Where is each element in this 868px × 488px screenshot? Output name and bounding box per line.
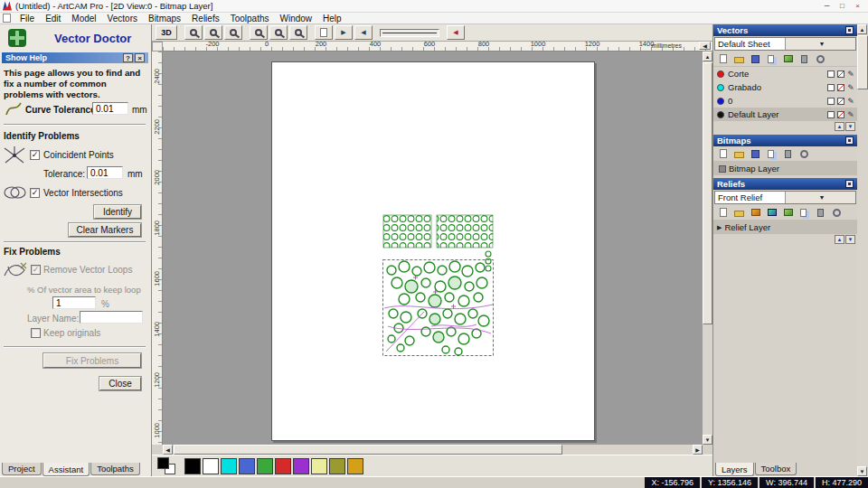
layer-name[interactable]: Grabado — [728, 82, 826, 92]
pan-right-icon[interactable]: ▶ — [335, 25, 353, 40]
open-relief-layer-icon[interactable] — [731, 206, 747, 220]
panel-vertical-scrollbar[interactable]: ▲ ▼ — [857, 24, 868, 476]
fix-problems-button[interactable]: Fix Problems — [43, 353, 141, 368]
zoom-in-icon[interactable] — [184, 25, 203, 40]
open-bitmap-layer-icon[interactable] — [731, 147, 747, 161]
save-relief-layer-icon[interactable] — [748, 206, 763, 220]
relief-smooth-icon[interactable] — [764, 206, 779, 220]
relief-dropdown[interactable]: Front Relief ▼ — [714, 191, 856, 204]
move-layer-down-icon[interactable]: ▼ — [845, 235, 855, 244]
scroll-up-icon[interactable]: ▲ — [703, 52, 712, 61]
new-relief-layer-icon[interactable] — [715, 206, 731, 220]
menu-help[interactable]: Help — [317, 13, 347, 24]
layer-visibility-icon[interactable] — [826, 83, 835, 92]
remove-loops-checkbox[interactable]: ✓ — [31, 265, 41, 275]
pin-icon[interactable] — [845, 136, 854, 145]
layer-name[interactable]: Default Layer — [728, 109, 826, 119]
menu-edit[interactable]: Edit — [40, 13, 66, 24]
menu-reliefs[interactable]: Reliefs — [186, 13, 225, 24]
tab-layers[interactable]: Layers — [715, 463, 754, 476]
open-vector-layer-icon[interactable] — [731, 52, 747, 66]
tab-toolbox[interactable]: Toolbox — [755, 463, 797, 475]
vector-layer-row[interactable]: Grabado ✎ — [713, 80, 857, 94]
move-layer-up-icon[interactable]: ▲ — [835, 235, 844, 244]
scrollbar-thumb[interactable] — [174, 445, 562, 455]
curve-tolerance-input[interactable] — [92, 102, 128, 115]
scroll-right-icon[interactable]: ▶ — [693, 445, 703, 455]
scroll-up-icon[interactable]: ▲ — [857, 24, 867, 34]
layer-edit-icon[interactable]: ✎ — [846, 83, 855, 92]
layer-name[interactable]: Bitmap Layer — [729, 164, 855, 174]
snapshot-icon[interactable] — [315, 25, 333, 40]
relief-merge-icon[interactable] — [797, 206, 812, 220]
palette-swatch[interactable] — [203, 458, 219, 474]
palette-swatch[interactable] — [311, 458, 327, 474]
menu-bitmaps[interactable]: Bitmaps — [143, 13, 186, 24]
layer-visibility-icon[interactable] — [826, 110, 835, 119]
move-layer-down-icon[interactable]: ▼ — [845, 122, 855, 131]
maximize-icon[interactable]: □ — [835, 1, 850, 12]
new-vector-layer-icon[interactable] — [715, 52, 731, 66]
layer-name[interactable]: Corte — [728, 69, 826, 79]
palette-swatch[interactable] — [221, 458, 237, 474]
new-bitmap-layer-icon[interactable] — [715, 147, 731, 161]
ruler-options-icon[interactable]: ◀ — [699, 42, 711, 50]
palette-swatch[interactable] — [239, 458, 255, 474]
chevron-down-icon[interactable]: ▼ — [785, 38, 855, 50]
identify-button[interactable]: Identify — [94, 205, 141, 219]
layer-options-icon[interactable] — [813, 52, 828, 66]
vector-layer-row-selected[interactable]: Default Layer ✎ — [713, 108, 857, 121]
show-help-label[interactable]: Show Help — [5, 53, 47, 62]
chevron-down-icon[interactable]: ▼ — [785, 192, 855, 203]
scrollbar-thumb[interactable] — [703, 62, 712, 324]
delete-relief-icon[interactable] — [813, 206, 828, 220]
bitmap-layer-row-selected[interactable]: Bitmap Layer — [713, 162, 857, 175]
zoom-window-icon[interactable] — [224, 25, 242, 40]
relief-layer-row-selected[interactable]: ▶ Relief Layer — [713, 221, 857, 234]
zoom-out-icon[interactable] — [204, 25, 222, 40]
expand-arrow-icon[interactable]: ▶ — [717, 224, 722, 231]
close-button[interactable]: Close — [99, 377, 141, 390]
palette-swatch[interactable] — [257, 458, 273, 474]
primary-color[interactable] — [157, 457, 169, 469]
keep-loop-input[interactable] — [52, 296, 96, 309]
vector-intersections-checkbox[interactable]: ✓ — [30, 188, 40, 198]
menu-file[interactable]: File — [14, 13, 40, 24]
layer-color-dot[interactable] — [717, 98, 724, 105]
pin-icon[interactable] — [845, 26, 854, 34]
move-layer-up-icon[interactable]: ▲ — [835, 122, 844, 131]
palette-swatch[interactable] — [293, 458, 309, 474]
canvas-horizontal-scrollbar[interactable]: ◀ ▶ — [163, 445, 703, 455]
layer-edit-icon[interactable]: ✎ — [846, 70, 855, 79]
tab-assistant[interactable]: Assistant — [42, 463, 90, 476]
primary-secondary-color-swatch[interactable] — [157, 457, 177, 475]
palette-swatch[interactable] — [184, 458, 201, 474]
layer-lock-icon[interactable] — [836, 97, 845, 106]
save-bitmap-layer-icon[interactable] — [748, 147, 763, 161]
layer-lock-icon[interactable] — [836, 70, 845, 79]
coincident-points-checkbox[interactable]: ✓ — [30, 150, 40, 160]
view-3d-button[interactable]: 3D — [156, 25, 177, 40]
tab-toolpaths[interactable]: Toolpaths — [90, 463, 140, 475]
relief-options-icon[interactable] — [829, 206, 844, 220]
layer-name-input[interactable] — [80, 311, 143, 324]
palette-swatch[interactable] — [275, 458, 291, 474]
copy-layer-icon[interactable] — [780, 52, 796, 66]
layer-name[interactable]: Relief Layer — [724, 222, 855, 232]
delete-layer-icon[interactable] — [797, 52, 812, 66]
help-icon[interactable]: ? — [123, 53, 133, 62]
layer-lock-icon[interactable] — [836, 83, 845, 92]
merge-layers-icon[interactable] — [764, 52, 779, 66]
close-panel-icon[interactable]: × — [135, 53, 145, 62]
vector-layer-row[interactable]: Corte ✎ — [713, 67, 857, 80]
layer-edit-icon[interactable]: ✎ — [846, 110, 855, 119]
zoom-previous-icon[interactable] — [289, 25, 307, 40]
palette-swatch[interactable] — [347, 458, 363, 474]
pan-left-icon[interactable]: ◀ — [354, 25, 373, 40]
scroll-down-icon[interactable]: ▼ — [703, 435, 712, 445]
close-icon[interactable]: × — [850, 1, 865, 12]
zoom-object-icon[interactable] — [250, 25, 268, 40]
vector-layer-row[interactable]: 0 ✎ — [713, 94, 857, 108]
layer-color-dot[interactable] — [717, 84, 724, 91]
menu-vectors[interactable]: Vectors — [102, 13, 143, 24]
